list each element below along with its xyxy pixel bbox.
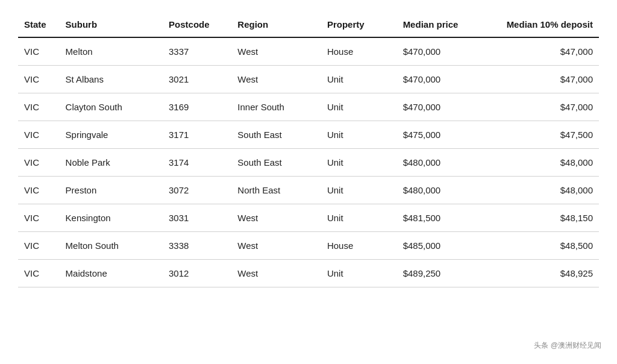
header-median-price: Median price (397, 12, 487, 37)
cell-median-price: $480,000 (397, 177, 487, 204)
cell-property: Unit (321, 204, 397, 232)
table-row: VICKensington3031WestUnit$481,500$48,150 (18, 204, 599, 232)
cell-property: Unit (321, 121, 397, 149)
cell-state: VIC (18, 66, 60, 93)
cell-median-price: $470,000 (397, 93, 487, 121)
cell-region: West (231, 66, 321, 93)
cell-postcode: 3072 (163, 177, 231, 204)
cell-property: Unit (321, 93, 397, 121)
cell-suburb: St Albans (60, 66, 163, 93)
table-row: VICSpringvale3171South EastUnit$475,000$… (18, 121, 599, 149)
cell-property: Unit (321, 177, 397, 204)
cell-median-price: $470,000 (397, 66, 487, 93)
cell-postcode: 3169 (163, 93, 231, 121)
cell-median-deposit: $48,925 (486, 260, 599, 287)
cell-median-deposit: $48,500 (486, 232, 599, 260)
cell-postcode: 3174 (163, 149, 231, 177)
table-row: VICSt Albans3021WestUnit$470,000$47,000 (18, 66, 599, 93)
cell-property: House (321, 232, 397, 260)
cell-median-price: $489,250 (397, 260, 487, 287)
header-state: State (18, 12, 60, 37)
cell-property: Unit (321, 66, 397, 93)
cell-suburb: Preston (60, 177, 163, 204)
cell-region: West (231, 260, 321, 287)
header-property: Property (321, 12, 397, 37)
table-row: VICClayton South3169Inner SouthUnit$470,… (18, 93, 599, 121)
cell-suburb: Melton South (60, 232, 163, 260)
cell-state: VIC (18, 149, 60, 177)
property-table: State Suburb Postcode Region Property Me… (18, 12, 599, 287)
cell-state: VIC (18, 204, 60, 232)
cell-region: South East (231, 149, 321, 177)
watermark: 头条 @澳洲财经见闻 (530, 339, 605, 352)
cell-postcode: 3338 (163, 232, 231, 260)
cell-region: North East (231, 177, 321, 204)
header-region: Region (231, 12, 321, 37)
cell-median-price: $485,000 (397, 232, 487, 260)
cell-region: West (231, 204, 321, 232)
cell-median-deposit: $47,000 (486, 37, 599, 66)
cell-postcode: 3031 (163, 204, 231, 232)
table-row: VICPreston3072North EastUnit$480,000$48,… (18, 177, 599, 204)
cell-property: Unit (321, 149, 397, 177)
cell-suburb: Clayton South (60, 93, 163, 121)
cell-state: VIC (18, 93, 60, 121)
cell-median-price: $481,500 (397, 204, 487, 232)
cell-median-deposit: $47,500 (486, 121, 599, 149)
cell-suburb: Melton (60, 37, 163, 66)
table-header-row: State Suburb Postcode Region Property Me… (18, 12, 599, 37)
cell-postcode: 3337 (163, 37, 231, 66)
header-suburb: Suburb (60, 12, 163, 37)
cell-median-price: $480,000 (397, 149, 487, 177)
header-postcode: Postcode (163, 12, 231, 37)
cell-postcode: 3021 (163, 66, 231, 93)
cell-property: Unit (321, 260, 397, 287)
cell-state: VIC (18, 260, 60, 287)
cell-property: House (321, 37, 397, 66)
cell-suburb: Maidstone (60, 260, 163, 287)
cell-median-deposit: $48,150 (486, 204, 599, 232)
cell-region: Inner South (231, 93, 321, 121)
cell-suburb: Springvale (60, 121, 163, 149)
cell-state: VIC (18, 121, 60, 149)
cell-suburb: Kensington (60, 204, 163, 232)
cell-region: West (231, 232, 321, 260)
table-row: VICMaidstone3012WestUnit$489,250$48,925 (18, 260, 599, 287)
table-row: VICMelton South3338WestHouse$485,000$48,… (18, 232, 599, 260)
cell-postcode: 3012 (163, 260, 231, 287)
cell-suburb: Noble Park (60, 149, 163, 177)
cell-region: West (231, 37, 321, 66)
cell-state: VIC (18, 177, 60, 204)
header-median-deposit: Median 10% deposit (486, 12, 599, 37)
table-row: VICNoble Park3174South EastUnit$480,000$… (18, 149, 599, 177)
cell-postcode: 3171 (163, 121, 231, 149)
cell-median-price: $470,000 (397, 37, 487, 66)
cell-median-deposit: $47,000 (486, 66, 599, 93)
cell-state: VIC (18, 232, 60, 260)
cell-region: South East (231, 121, 321, 149)
cell-state: VIC (18, 37, 60, 66)
cell-median-deposit: $48,000 (486, 177, 599, 204)
table-row: VICMelton3337WestHouse$470,000$47,000 (18, 37, 599, 66)
cell-median-price: $475,000 (397, 121, 487, 149)
cell-median-deposit: $48,000 (486, 149, 599, 177)
cell-median-deposit: $47,000 (486, 93, 599, 121)
